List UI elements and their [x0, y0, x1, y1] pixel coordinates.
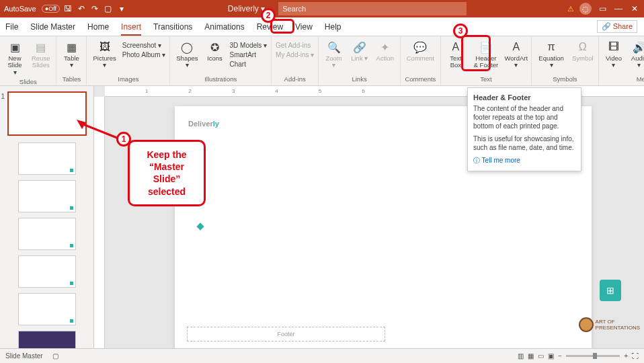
images-mini: Screenshot ▾ Photo Album ▾ — [122, 39, 165, 58]
reuse-slides-icon: ▤ — [34, 40, 48, 54]
pictures-button[interactable]: 🖼Pictures ▾ — [91, 39, 118, 71]
annotation-box-header-footer — [461, 35, 491, 71]
smartart-button[interactable]: SmartArt — [230, 51, 268, 58]
3d-models-button[interactable]: 3D Models ▾ — [230, 42, 268, 49]
my-addins-button: My Add-ins ▾ — [276, 51, 314, 58]
menu-slide-master[interactable]: Slide Master — [30, 22, 75, 32]
layout-thumb[interactable] — [18, 331, 76, 348]
header-footer-tooltip: Header & Footer The content of the heade… — [467, 87, 581, 171]
menu-view[interactable]: View — [295, 22, 313, 32]
video-button[interactable]: 🎞Video ▾ — [603, 39, 625, 71]
group-slides: ▣New Slide ▾ ▤Reuse Slides Slides — [0, 36, 56, 85]
photo-album-button[interactable]: Photo Album ▾ — [122, 51, 165, 58]
equation-button[interactable]: πEquation ▾ — [536, 39, 567, 71]
autosave-toggle[interactable]: ● Off — [42, 5, 60, 13]
group-comments: 💬Comment Comments — [401, 36, 441, 85]
titlebar-center: Deliverly ▾ — [131, 2, 563, 15]
minimize-icon[interactable]: — — [613, 3, 624, 14]
menu-animations[interactable]: Animations — [204, 22, 244, 32]
menu-home[interactable]: Home — [87, 22, 109, 32]
screenshot-button[interactable]: Screenshot ▾ — [122, 42, 165, 49]
layout-thumb[interactable] — [18, 293, 76, 325]
annotation-circle-1: 1 — [116, 132, 131, 147]
annotation-box-view — [270, 19, 294, 34]
tooltip-title: Header & Footer — [473, 93, 575, 102]
tooltip-p1: The content of the header and footer rep… — [473, 104, 575, 130]
layout-thumb[interactable] — [18, 180, 76, 212]
menu-bar: File Slide Master Home Insert Transition… — [0, 17, 644, 36]
action-icon: ✦ — [378, 40, 392, 54]
title-bar: AutoSave ● Off 🖫 ↶ ↷ ▢ ▾ Deliverly ▾ ⚠ ◌… — [0, 0, 644, 17]
menu-insert[interactable]: Insert — [121, 22, 141, 36]
chart-button[interactable]: Chart — [230, 61, 268, 68]
account-icon[interactable]: ◌ — [579, 3, 592, 15]
layout-thumb[interactable] — [18, 218, 76, 250]
addins-mini: Get Add-ins My Add-ins ▾ — [276, 39, 314, 58]
pictures-icon: 🖼 — [98, 40, 112, 54]
close-icon[interactable]: ✕ — [629, 3, 640, 14]
footer-placeholder[interactable]: Footer — [187, 327, 385, 341]
textbox-icon: A — [449, 40, 462, 54]
work-area: 1 123456 Deliverly Footer ⊞ Header & Foo… — [0, 86, 644, 348]
qat-more-icon[interactable]: ▾ — [116, 3, 127, 14]
icons-button[interactable]: ✪Icons — [204, 39, 226, 63]
view-slideshow-icon[interactable]: ▣ — [548, 352, 554, 360]
reuse-slides-button: ▤Reuse Slides — [30, 39, 52, 71]
equation-icon: π — [545, 40, 558, 54]
warning-icon[interactable]: ⚠ — [567, 5, 574, 13]
wordart-button[interactable]: АWordArt ▾ — [506, 39, 527, 71]
annotation-circle-2: 2 — [261, 8, 276, 23]
annotation-callout: Keep the “Master Slide” selected — [128, 140, 206, 206]
tooltip-p2: This is useful for showcasing info, such… — [473, 134, 575, 152]
view-normal-icon[interactable]: ▥ — [518, 352, 524, 360]
group-tables: ▦Table ▾ Tables — [56, 36, 87, 85]
wordart-icon: А — [510, 40, 523, 54]
tooltip-link[interactable]: ⓘ Tell me more — [473, 157, 520, 164]
zoom-icon: 🔍 — [327, 40, 341, 54]
titlebar-right: ⚠ ◌ ▭ — ✕ — [567, 3, 640, 15]
fit-window-icon[interactable]: ⛶ — [632, 352, 639, 360]
new-slide-button[interactable]: ▣New Slide ▾ — [4, 39, 26, 77]
layout-thumb[interactable] — [18, 143, 76, 175]
layout-thumb[interactable] — [18, 255, 76, 288]
zoom-slider[interactable] — [566, 355, 620, 357]
titlebar-left: AutoSave ● Off 🖫 ↶ ↷ ▢ ▾ — [4, 3, 127, 14]
status-bar: Slide Master ▢ ▥ ▦ ▭ ▣ −+ ⛶ — [0, 348, 644, 363]
search-input[interactable] — [278, 2, 467, 15]
view-sorter-icon[interactable]: ▦ — [528, 352, 534, 360]
menu-transitions[interactable]: Transitions — [153, 22, 192, 32]
menu-file[interactable]: File — [5, 22, 18, 32]
master-thumb[interactable]: 1 — [7, 91, 87, 136]
group-media: 🎞Video ▾ 🔊Audio ▾ ⏺Screen Recording Medi… — [599, 36, 644, 85]
annotation-circle-3: 3 — [453, 24, 468, 38]
bullet-shape — [196, 223, 204, 230]
view-reading-icon[interactable]: ▭ — [538, 352, 544, 360]
redo-icon[interactable]: ↷ — [89, 3, 100, 14]
icons-icon: ✪ — [208, 40, 222, 54]
audio-icon: 🔊 — [633, 40, 644, 54]
undo-icon[interactable]: ↶ — [76, 3, 87, 14]
svg-marker-1 — [77, 120, 86, 129]
shapes-icon: ◯ — [180, 40, 194, 54]
document-name[interactable]: Deliverly ▾ — [228, 4, 265, 13]
design-ideas-button[interactable]: ⊞ — [600, 280, 621, 301]
autosave-label: AutoSave — [4, 5, 36, 13]
link-button: 🔗Link ▾ — [349, 39, 370, 63]
link-icon: 🔗 — [353, 40, 366, 54]
menu-help[interactable]: Help — [325, 22, 341, 32]
status-mode: Slide Master — [5, 352, 43, 360]
shapes-button[interactable]: ◯Shapes ▾ — [174, 39, 200, 71]
slideshow-icon[interactable]: ▢ — [103, 3, 114, 14]
ribbon: ▣New Slide ▾ ▤Reuse Slides Slides ▦Table… — [0, 36, 644, 86]
table-button[interactable]: ▦Table ▾ — [61, 39, 82, 71]
get-addins-button: Get Add-ins — [276, 42, 314, 49]
audio-button[interactable]: 🔊Audio ▾ — [629, 39, 644, 71]
save-icon[interactable]: 🖫 — [63, 3, 73, 14]
video-icon: 🎞 — [607, 40, 620, 54]
group-images: 🖼Pictures ▾ Screenshot ▾ Photo Album ▾ I… — [87, 36, 170, 85]
illus-mini: 3D Models ▾ SmartArt Chart — [230, 39, 268, 68]
ribbon-options-icon[interactable]: ▭ — [597, 3, 608, 14]
share-button[interactable]: 🔗 Share — [597, 20, 637, 33]
group-illustrations: ◯Shapes ▾ ✪Icons 3D Models ▾ SmartArt Ch… — [170, 36, 272, 85]
new-slide-icon: ▣ — [8, 40, 22, 54]
